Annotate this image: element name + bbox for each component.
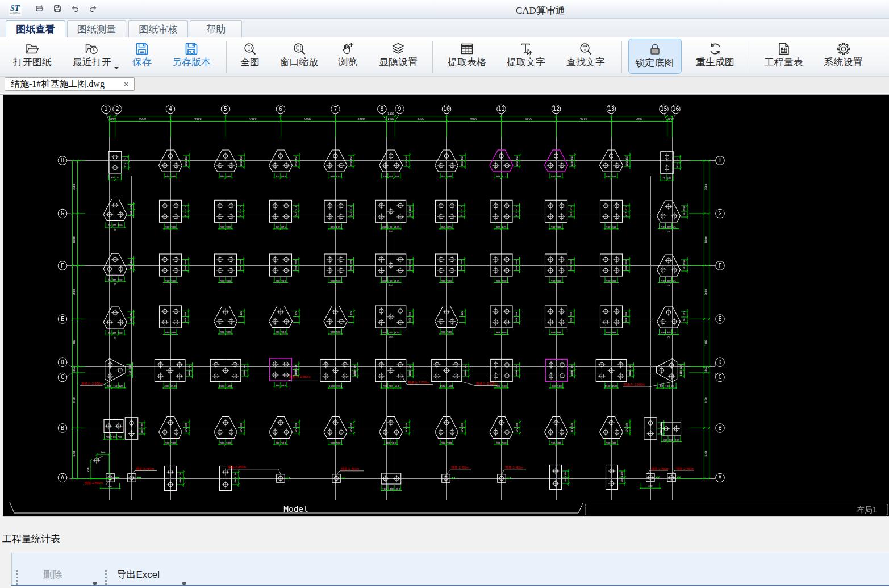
svg-text:900: 900 [667,117,672,120]
svg-text:独基-2.450m: 独基-2.450m [85,481,103,485]
svg-text:8300: 8300 [704,450,707,456]
svg-text:900 900: 900 900 [496,385,507,387]
tab-4[interactable]: 帮助 [190,20,242,37]
svg-text:575: 575 [350,428,353,432]
svg-text:8: 8 [380,106,383,112]
zoom-window-icon [292,41,307,56]
svg-text:900 900: 900 900 [551,280,562,282]
dropdown-caret-icon[interactable] [114,67,119,72]
svg-text:900: 900 [239,265,242,270]
svg-text:900 900: 900 900 [552,385,562,387]
toolbar-button-3[interactable]: 保存 [129,39,155,75]
toolbar-button-12[interactable]: 锁定底图 [628,39,682,74]
svg-text:900 900: 900 900 [496,280,507,282]
svg-text:900 825 25: 900 825 25 [661,226,676,228]
svg-text:900: 900 [625,311,628,316]
ribbon-toolbar: 打开图纸最近打开保存另存版本全图窗口缩放浏览显隐设置提取表格提取文字查找文字锁定… [0,37,889,77]
svg-text:8600: 8600 [704,289,707,295]
svg-text:825: 825 [184,212,187,216]
svg-text:F: F [61,262,64,269]
svg-text:900: 900 [570,311,573,316]
layers-icon [391,41,406,56]
toolbar-separator [621,41,622,73]
model-tab[interactable]: Model [283,504,308,514]
svg-text:825: 825 [515,212,518,216]
svg-text:9000: 9000 [194,117,202,120]
toolbar-button-6[interactable]: 窗口缩放 [277,39,322,75]
toolbar-button-label: 全图 [237,57,263,68]
panel-button-1[interactable]: 删除 [43,568,62,581]
toolbar-button-label: 保存 [129,57,155,68]
close-document-icon[interactable]: × [122,80,131,89]
toolbar-button-4[interactable]: 另存版本 [169,39,214,75]
redo-icon[interactable] [89,5,97,12]
svg-text:700 700 650: 700 700 650 [383,385,399,387]
svg-text:650: 650 [389,230,393,233]
icon-graphic [292,41,307,56]
toolbar-drag-handle[interactable] [16,570,18,585]
svg-text:7400: 7400 [73,340,76,346]
svg-text:1500 1500: 1500 1500 [164,385,177,387]
open-file-icon[interactable] [36,5,44,12]
svg-text:900 900: 900 900 [441,280,452,282]
toolbar-drag-handle[interactable] [105,570,107,585]
quantity-panel-toolbar: 删除导出Excel [11,553,889,585]
toolbar-button-label: 打开图纸 [10,57,55,68]
svg-text:900 900: 900 900 [276,331,286,333]
svg-text:900 900: 900 900 [330,280,341,282]
svg-text:1150: 1150 [350,160,353,166]
tab-1[interactable]: 图纸查看 [6,20,65,37]
svg-text:380: 380 [240,422,243,427]
svg-text:450: 450 [570,371,573,376]
document-tab[interactable]: 结施-1#桩基施工图.dwg × [5,77,135,91]
svg-text:940 940: 940 940 [606,175,617,178]
toolbar-button-10[interactable]: 提取文字 [504,39,548,75]
toolbar-button-15[interactable]: 系统设置 [821,39,866,75]
svg-text:375: 375 [130,205,132,209]
undo-icon[interactable] [71,5,79,12]
svg-text:A: A [718,474,721,481]
svg-text:75: 75 [667,336,670,339]
svg-text:380: 380 [461,422,464,427]
icon-graphic [519,41,533,56]
svg-text:9000: 9000 [580,117,587,120]
svg-text:450: 450 [408,371,411,376]
toolbar-button-13[interactable]: 重生成图 [693,39,737,75]
svg-text:独基-2.450m: 独基-2.450m [228,465,246,469]
svg-text:10: 10 [443,106,450,112]
toolbar-button-9[interactable]: 提取表格 [445,39,489,75]
svg-text:900 875: 900 875 [330,175,341,178]
svg-text:900: 900 [408,260,411,264]
svg-text:900 900: 900 900 [386,441,396,444]
svg-text:8300: 8300 [73,450,76,456]
svg-text:75: 75 [667,230,670,233]
svg-text:450: 450 [243,365,246,370]
svg-text:G: G [718,210,721,216]
icon-graphic [135,41,149,56]
svg-text:8300: 8300 [357,117,365,120]
open-drawing-icon [25,41,40,56]
svg-text:900: 900 [184,265,187,270]
panel-button-2[interactable]: 导出Excel [117,568,160,581]
toolbar-button-7[interactable]: 浏览 [335,39,361,75]
layout-tab[interactable]: 布局1 [856,505,877,514]
toolbar-button-2[interactable]: 最近打开 [68,39,116,75]
toolbar-button-1[interactable]: 打开图纸 [10,39,55,75]
svg-text:25: 25 [114,283,117,286]
tab-2[interactable]: 图纸测量 [67,20,126,37]
svg-text:900 825 25: 900 825 25 [661,280,676,282]
toolbar-button-5[interactable]: 全图 [237,39,263,75]
svg-text:375: 375 [130,312,132,317]
save-icon[interactable] [53,5,61,12]
svg-text:900: 900 [349,260,352,264]
toolbar-button-11[interactable]: 查找文字 [564,39,608,75]
svg-text:8600: 8600 [73,289,76,295]
tab-3[interactable]: 图纸审核 [128,20,188,37]
svg-text:1175: 1175 [408,205,411,211]
svg-text:700: 700 [101,451,105,454]
svg-text:9000: 9000 [249,117,257,120]
toolbar-button-8[interactable]: 显隐设置 [376,39,420,75]
cad-drawing-canvas[interactable]: 9009000900090009000830014008300900090009… [0,93,889,518]
toolbar-button-14[interactable]: 工程量表 [762,39,806,75]
svg-text:475: 475 [570,206,573,211]
